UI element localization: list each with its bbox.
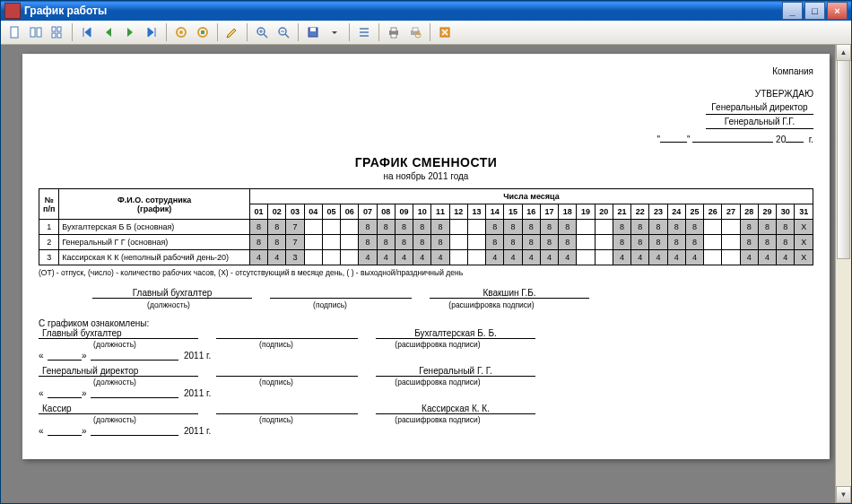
- last-page-icon[interactable]: [142, 22, 161, 42]
- day-header: 16: [522, 204, 540, 220]
- year-suffix: г.: [809, 135, 813, 144]
- svg-rect-4: [57, 27, 61, 31]
- svg-rect-10: [201, 30, 204, 34]
- svg-rect-3: [52, 27, 56, 31]
- day-header: 22: [631, 204, 649, 220]
- day-header: 18: [559, 204, 577, 220]
- main-signature: Главный бухгалтер Квакшин Г.Б. (должност…: [39, 288, 813, 309]
- day-header: 28: [740, 204, 758, 220]
- day-header: 30: [777, 204, 795, 220]
- svg-rect-19: [310, 28, 316, 31]
- day-header: 29: [758, 204, 776, 220]
- scroll-thumb[interactable]: [837, 60, 850, 259]
- legend: (ОТ) - отпуск, (число) - количество рабо…: [39, 268, 813, 277]
- settings2-icon[interactable]: [193, 22, 213, 42]
- day-header: 19: [577, 204, 595, 220]
- print-icon[interactable]: [384, 22, 404, 42]
- zoom-in-icon[interactable]: [252, 22, 272, 42]
- svg-line-12: [264, 34, 267, 38]
- day-header: 27: [722, 204, 740, 220]
- day-header: 09: [395, 204, 413, 220]
- approver-position: Генеральный директор: [706, 100, 813, 115]
- header-block: Компания УТВЕРЖДАЮ Генеральный директор …: [39, 65, 813, 146]
- day-header: 12: [449, 204, 467, 220]
- year-prefix: 20: [776, 135, 786, 144]
- edit-icon[interactable]: [222, 22, 242, 42]
- page-multi-icon[interactable]: [48, 22, 67, 42]
- col-name: Ф.И.О. сотрудника(график): [59, 189, 250, 220]
- day-header: 17: [540, 204, 558, 220]
- prev-page-icon[interactable]: [99, 22, 118, 42]
- day-header: 03: [286, 204, 304, 220]
- ack-block: С графиком ознакомлены: Главный бухгалте…: [39, 318, 813, 436]
- svg-rect-27: [413, 28, 418, 31]
- workspace: Компания УТВЕРЖДАЮ Генеральный директор …: [1, 45, 851, 503]
- day-header: 06: [341, 204, 359, 220]
- svg-rect-5: [52, 33, 56, 38]
- scroll-up-icon[interactable]: ▲: [836, 44, 851, 61]
- minimize-button[interactable]: _: [782, 2, 803, 20]
- doc-subtitle: на ноябрь 2011 года: [39, 171, 813, 181]
- vertical-scrollbar[interactable]: ▲ ▼: [835, 44, 851, 503]
- svg-line-16: [285, 34, 289, 38]
- quote-close: ": [687, 135, 691, 144]
- day-header: 31: [795, 204, 813, 220]
- day-header: 07: [359, 204, 377, 220]
- day-header: 14: [486, 204, 504, 220]
- app-icon: [4, 3, 21, 19]
- company-label: Компания: [39, 65, 813, 78]
- day-header: 23: [649, 204, 667, 220]
- titlebar: График работы _ □ ×: [1, 1, 851, 21]
- scroll-down-icon[interactable]: ▼: [836, 486, 851, 503]
- col-num: №п/п: [39, 189, 59, 220]
- table-row: 2Генеральный Г Г (основная)8878888888888…: [39, 235, 813, 250]
- page-single-icon[interactable]: [4, 22, 24, 42]
- settings-icon[interactable]: [171, 22, 191, 42]
- print-preview-icon[interactable]: [405, 22, 425, 42]
- save-dropdown-icon[interactable]: [325, 22, 344, 42]
- day-header: 04: [304, 204, 322, 220]
- list-icon[interactable]: [354, 22, 374, 42]
- save-icon[interactable]: [303, 22, 323, 42]
- col-days-title: Числа месяца: [249, 189, 813, 204]
- svg-rect-1: [30, 28, 35, 37]
- svg-rect-25: [391, 34, 396, 38]
- svg-rect-0: [11, 27, 18, 38]
- day-header: 11: [431, 204, 449, 220]
- svg-point-8: [179, 30, 183, 34]
- approve-label: УТВЕРЖДАЮ: [39, 87, 813, 100]
- day-header: 15: [504, 204, 522, 220]
- quote-open: ": [656, 135, 660, 144]
- window-title: График работы: [24, 4, 107, 17]
- approver-name: Генеральный Г.Г.: [706, 115, 813, 129]
- day-header: 13: [467, 204, 485, 220]
- doc-title: ГРАФИК СМЕННОСТИ: [39, 155, 813, 169]
- day-header: 02: [268, 204, 286, 220]
- exit-icon[interactable]: [435, 22, 455, 42]
- zoom-out-icon[interactable]: [274, 22, 293, 42]
- ack-title: С графиком ознакомлены:: [39, 318, 813, 328]
- svg-rect-24: [391, 28, 396, 31]
- document-page: Компания УТВЕРЖДАЮ Генеральный директор …: [22, 54, 830, 459]
- day-header: 21: [613, 204, 630, 220]
- table-row: 1Бухгалтерская Б Б (основная)88788888888…: [39, 220, 813, 235]
- day-header: 20: [595, 204, 613, 220]
- day-header: 26: [704, 204, 722, 220]
- close-button[interactable]: ×: [827, 2, 848, 20]
- sig-sign: [270, 288, 412, 299]
- table-row: 3Кассирская К К (неполный рабочий день-2…: [39, 250, 813, 265]
- sig-position: Главный бухгалтер: [92, 288, 252, 299]
- day-header: 10: [413, 204, 431, 220]
- page-double-icon[interactable]: [26, 22, 46, 42]
- day-header: 24: [667, 204, 685, 220]
- day-header: 05: [322, 204, 340, 220]
- svg-rect-6: [57, 33, 61, 38]
- day-header: 08: [377, 204, 395, 220]
- schedule-table: №п/пФ.И.О. сотрудника(график)Числа месяц…: [39, 188, 813, 265]
- first-page-icon[interactable]: [77, 22, 97, 42]
- svg-rect-2: [37, 28, 41, 37]
- day-header: 25: [685, 204, 703, 220]
- next-page-icon[interactable]: [120, 22, 140, 42]
- day-header: 01: [249, 204, 267, 220]
- maximize-button[interactable]: □: [804, 2, 825, 20]
